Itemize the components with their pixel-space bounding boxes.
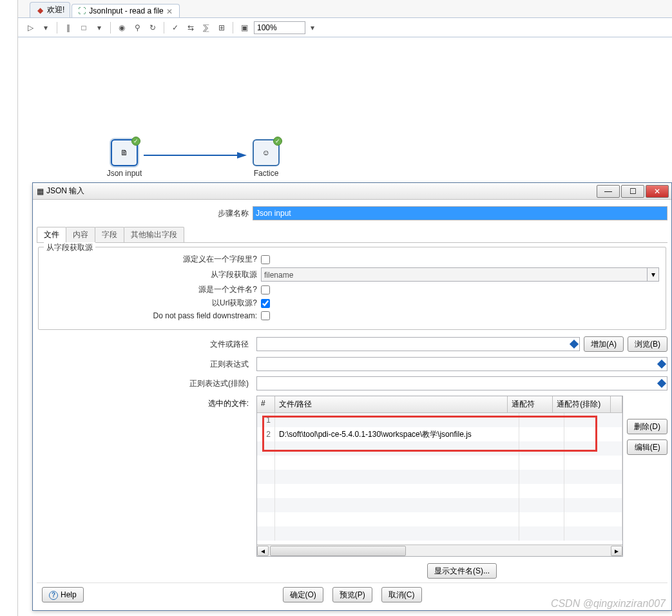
- do-not-pass-checkbox[interactable]: [261, 311, 270, 320]
- read-as-url-label: 以Url获取源?: [45, 298, 261, 309]
- read-as-url-checkbox[interactable]: [261, 299, 270, 308]
- impact-icon[interactable]: ⇆: [185, 22, 197, 34]
- col-wildcard-excl[interactable]: 通配符(排除): [553, 396, 611, 412]
- group-title: 从字段获取源: [44, 242, 95, 253]
- transformation-icon: ⛶: [77, 6, 86, 15]
- run-icon[interactable]: ▷: [24, 22, 36, 34]
- separator: [110, 22, 111, 34]
- regex-excl-input[interactable]: [256, 376, 667, 390]
- ok-badge-icon: [273, 137, 282, 146]
- tab-field[interactable]: 字段: [95, 227, 124, 242]
- scroll-thumb[interactable]: [270, 546, 406, 556]
- separator: [164, 22, 164, 34]
- node-factice[interactable]: ☺ Factice: [240, 139, 292, 178]
- source-in-field-label: 源定义在一个字段里?: [45, 254, 261, 265]
- col-wildcard[interactable]: 通配符: [508, 396, 553, 412]
- explore-icon[interactable]: ⊞: [216, 22, 227, 34]
- factice-icon: ☺: [262, 148, 270, 157]
- source-is-filename-label: 源是一个文件名?: [45, 284, 261, 295]
- grid-body[interactable]: 1 2 D:\soft\tool\pdi-ce-5.4.0.1-130\work…: [257, 413, 622, 544]
- separator: [57, 22, 57, 34]
- do-not-pass-label: Do not pass field downstream:: [45, 311, 261, 320]
- table-row[interactable]: 2 D:\soft\tool\pdi-ce-5.4.0.1-130\worksp…: [257, 427, 622, 441]
- file-or-path-input[interactable]: [256, 337, 580, 351]
- tab-other[interactable]: 其他输出字段: [124, 227, 184, 242]
- close-button[interactable]: ✕: [646, 185, 669, 198]
- replay-icon[interactable]: ↻: [147, 22, 158, 34]
- node-factice-label: Factice: [240, 169, 292, 178]
- scroll-right-icon[interactable]: ▸: [611, 546, 622, 556]
- minimize-button[interactable]: —: [597, 185, 620, 198]
- from-field-select[interactable]: [262, 268, 647, 282]
- verify-icon[interactable]: ✓: [169, 22, 181, 34]
- tab-content[interactable]: 内容: [66, 227, 95, 242]
- dialog-title: JSON 输入: [46, 186, 84, 197]
- debug-icon[interactable]: ⚲: [131, 22, 143, 34]
- tab-file[interactable]: 文件: [37, 227, 66, 242]
- canvas[interactable]: 🗎 Json input ☺ Factice: [18, 37, 672, 173]
- delete-button[interactable]: 删除(D): [627, 419, 667, 434]
- col-path[interactable]: 文件/路径: [275, 396, 508, 412]
- stop-dropdown-icon[interactable]: ▾: [93, 22, 105, 34]
- table-row[interactable]: 1: [257, 413, 622, 427]
- toolbar: ▷ ▾ ‖ □ ▾ ◉ ⚲ ↻ ✓ ⇆ ⅀ ⊞ ▣ ▾: [18, 18, 672, 37]
- run-dropdown-icon[interactable]: ▾: [40, 22, 52, 34]
- preview-icon[interactable]: ◉: [116, 22, 128, 34]
- chevron-down-icon[interactable]: ▾: [647, 268, 658, 281]
- svg-marker-1: [237, 152, 247, 159]
- zoom-dropdown-icon[interactable]: ▾: [307, 22, 318, 34]
- maximize-button[interactable]: ☐: [621, 185, 644, 198]
- ok-button[interactable]: 确定(O): [283, 587, 323, 602]
- horizontal-scrollbar[interactable]: ◂ ▸: [257, 544, 622, 556]
- files-grid[interactable]: # 文件/路径 通配符 通配符(排除) 1 2 D:\soft\t: [256, 396, 623, 557]
- scroll-left-icon[interactable]: ◂: [257, 546, 269, 556]
- preview-button[interactable]: 预览(P): [332, 587, 372, 602]
- hop-arrow[interactable]: [144, 150, 247, 160]
- json-input-dialog: ▦ JSON 输入 — ☐ ✕ 步骤名称 文件 内容 字段 其他输出字段 从字段…: [32, 182, 672, 611]
- cancel-button[interactable]: 取消(C): [381, 587, 422, 602]
- source-is-filename-checkbox[interactable]: [261, 285, 270, 294]
- json-icon: 🗎: [120, 148, 128, 157]
- selected-files-label: 选中的文件:: [37, 396, 253, 557]
- help-icon: ?: [49, 591, 58, 600]
- show-filename-button[interactable]: 显示文件名(S)...: [427, 563, 497, 579]
- source-in-field-checkbox[interactable]: [261, 255, 270, 264]
- node-json-input[interactable]: 🗎 Json input: [99, 139, 150, 178]
- regex-input[interactable]: [256, 357, 667, 371]
- browse-button[interactable]: 浏览(B): [628, 336, 667, 352]
- col-num[interactable]: #: [257, 396, 275, 412]
- source-from-field-group: 从字段获取源 源定义在一个字段里? 从字段获取源 ▾ 源是一个文件名? 以Url…: [38, 247, 666, 330]
- close-icon[interactable]: ✕: [166, 7, 174, 15]
- regex-excl-label: 正则表达式(排除): [37, 378, 253, 389]
- welcome-icon: ◆: [35, 6, 44, 15]
- node-json-input-label: Json input: [99, 169, 150, 178]
- file-or-path-label: 文件或路径: [37, 339, 253, 350]
- step-name-input[interactable]: [253, 206, 667, 220]
- regex-label: 正则表达式: [37, 359, 253, 370]
- stop-icon[interactable]: □: [78, 22, 90, 34]
- from-field-label: 从字段获取源: [45, 269, 261, 280]
- ok-badge-icon: [131, 137, 140, 146]
- help-button[interactable]: ?Help: [42, 587, 84, 602]
- step-name-label: 步骤名称: [37, 208, 253, 219]
- tab-current-label: JsonInput - read a file: [89, 6, 163, 15]
- tab-current[interactable]: ⛶ JsonInput - read a file ✕: [72, 4, 179, 17]
- sidebar-gutter: [0, 0, 18, 616]
- add-button[interactable]: 增加(A): [584, 336, 624, 352]
- tab-welcome[interactable]: ◆ 欢迎!: [30, 2, 70, 17]
- tab-welcome-label: 欢迎!: [47, 5, 64, 15]
- pause-icon[interactable]: ‖: [62, 22, 74, 34]
- editor-tabbar: ◆ 欢迎! ⛶ JsonInput - read a file ✕: [18, 0, 672, 18]
- dialog-titlebar[interactable]: ▦ JSON 输入 — ☐ ✕: [33, 183, 671, 200]
- zoom-input[interactable]: [254, 21, 305, 34]
- dialog-icon: ▦: [37, 187, 44, 196]
- col-more: [611, 396, 622, 412]
- separator: [233, 22, 233, 34]
- zoom-fit-icon[interactable]: ▣: [238, 22, 250, 34]
- sql-icon[interactable]: ⅀: [200, 22, 212, 34]
- dialog-tabs: 文件 内容 字段 其他输出字段: [37, 227, 667, 243]
- edit-button[interactable]: 编辑(E): [627, 439, 667, 455]
